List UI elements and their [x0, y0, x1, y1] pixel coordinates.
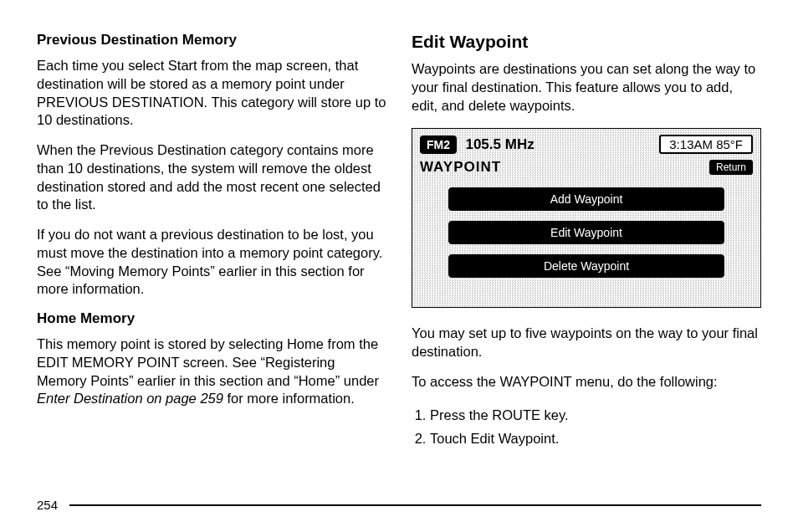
radio-info: FM2 105.5 MHz: [420, 136, 535, 154]
left-column: Previous Destination Memory Each time yo…: [37, 32, 386, 468]
para-home-ref: Enter Destination on page 259: [37, 391, 223, 406]
return-button[interactable]: Return: [709, 160, 753, 175]
band-badge: FM2: [420, 136, 457, 154]
para-access: To access the WAYPOINT menu, do the foll…: [412, 373, 761, 391]
para-waypoint-intro: Waypoints are destinations you can set a…: [412, 60, 761, 115]
page-number: 254: [37, 498, 58, 512]
page-footer: 254: [37, 498, 761, 512]
para-prev-2: When the Previous Destination category c…: [37, 141, 386, 214]
step-2: Touch Edit Waypoint.: [430, 427, 761, 450]
heading-home-memory: Home Memory: [37, 310, 386, 327]
edit-waypoint-button[interactable]: Edit Waypoint: [448, 221, 724, 244]
para-five-waypoints: You may set up to five waypoints on the …: [412, 325, 761, 361]
para-prev-3: If you do not want a previous destinatio…: [37, 226, 386, 299]
steps-list: Press the ROUTE key. Touch Edit Waypoint…: [430, 403, 761, 450]
para-home-b: for more information.: [223, 391, 355, 406]
device-status-bar: FM2 105.5 MHz 3:13AM 85°F: [417, 133, 756, 159]
para-prev-1: Each time you select Start from the map …: [37, 57, 386, 130]
delete-waypoint-button[interactable]: Delete Waypoint: [448, 254, 724, 278]
right-column: Edit Waypoint Waypoints are destinations…: [412, 32, 761, 468]
time-temp-box: 3:13AM 85°F: [659, 135, 753, 154]
footer-rule: [69, 504, 761, 506]
add-waypoint-button[interactable]: Add Waypoint: [448, 187, 724, 211]
heading-edit-waypoint: Edit Waypoint: [412, 32, 761, 52]
frequency-label: 105.5 MHz: [465, 136, 534, 152]
heading-previous-destination: Previous Destination Memory: [37, 32, 386, 49]
step-1: Press the ROUTE key.: [430, 403, 761, 427]
waypoint-menu: Add Waypoint Edit Waypoint Delete Waypoi…: [417, 181, 756, 278]
device-screenshot: FM2 105.5 MHz 3:13AM 85°F WAYPOINT Retur…: [412, 128, 761, 308]
screen-title: WAYPOINT: [420, 159, 501, 176]
para-home: This memory point is stored by selecting…: [37, 335, 386, 408]
para-home-a: This memory point is stored by selecting…: [37, 336, 379, 388]
screen-title-row: WAYPOINT Return: [417, 159, 756, 181]
